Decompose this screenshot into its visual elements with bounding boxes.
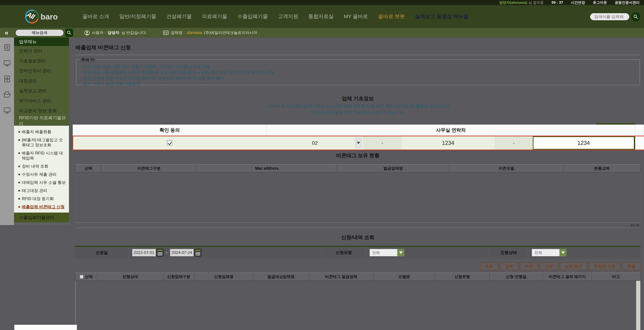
sidebar-collapse-button[interactable]: « [5,30,8,36]
nav-general-waste[interactable]: 일반/지정폐기물 [119,13,156,20]
submenu-tag-error-info[interactable]: [배출자] 태그별입고 오류태그 정보조회 [14,136,69,149]
submenu-correction-reason[interactable]: 수정사유 제출 관리 [14,170,69,178]
dash-separator: - [382,140,383,146]
menu-search-input[interactable] [15,29,64,36]
sidebar-item-rfid-medical[interactable]: RFID기반 의료폐기물관리 [14,116,69,126]
submenu-tag-ledger[interactable]: 태그대장 관리 [14,186,69,195]
allbaro-logo[interactable]: All baro [25,9,58,24]
cut-column-header [635,124,644,136]
calendar-icon[interactable] [194,249,202,256]
date-to-input[interactable] [170,249,194,256]
consent-confirm-header: 확인 동의 [73,124,266,136]
filter-status-cell: 전체 [528,247,640,258]
phone-last-cell [533,136,634,150]
apply-col-issuer: 비콘태그 발급업체 [309,273,374,280]
sidebar-item-ledger[interactable]: 대장관리 [14,76,69,86]
sidebar-item-permits[interactable]: 인허가 관리 [14,46,69,56]
consent-table-header: 확인 동의 사무실 연락처 [73,124,644,136]
global-search-button[interactable] [631,12,640,21]
select-all-checkbox[interactable] [80,275,83,278]
bottom-left-panel [14,325,77,330]
nav-chatbot[interactable]: 올바로 챗봇 [378,13,405,20]
nav-customer-support[interactable]: 고객지원 [278,13,298,20]
top-nav: 올바로 소개 일반/지정폐기물 건설폐기물 의료폐기물 수출입폐기물 고객지원 … [82,5,468,28]
submenu-equipment-history[interactable]: 장비 내역 조회 [14,162,69,170]
beacon-section-heading: 비콘태그 보유 현황 [75,152,640,159]
user-name: 담당자 [108,30,119,35]
beacon-col-model: 비콘모델 [450,164,564,172]
nav-import-export-waste[interactable]: 수출입폐기물 [238,13,268,20]
phone-last-input[interactable] [534,137,634,149]
progress-status-select[interactable]: 전체 [532,249,566,256]
chevron-down-icon [397,249,404,256]
nav-construction-waste[interactable]: 건설폐기물 [166,13,192,20]
nav-medical-waste[interactable]: 의료폐기물 [202,13,227,20]
withdraw-apply-button[interactable]: 신청 회수 [560,262,588,270]
calendar-icon[interactable] [156,249,164,256]
notice-line: - 신규 구매, 변경, A/S, 양도 신청시 ①입력→②저장→③신청 순으로… [80,64,640,70]
input-button[interactable]: 입력 [500,262,518,270]
delete-saved-button[interactable]: 저장건 삭제 [589,262,620,270]
user-icon [84,30,90,36]
submenu-rfid-ledger-sync[interactable]: RFID 대장 동기화 [14,195,69,203]
consent-checkbox-cell [73,136,266,150]
vertical-scrollbar[interactable] [636,281,640,330]
user-message: 님 반갑습니다. [121,30,147,35]
user-greeting: 사용자 : 담당자 님 반갑습니다. [84,30,147,36]
phone-area-dropdown-button[interactable] [355,138,362,148]
date-from-input[interactable] [132,249,156,256]
search-button[interactable]: 조회 [480,262,498,270]
save-button[interactable]: 저장 [520,262,538,270]
extend-time-link[interactable]: 시간연장 [571,0,585,5]
beacon-col-replacement: 본품교체 [564,164,640,172]
nav-intro[interactable]: 올바로 소개 [82,13,109,20]
apply-col-company-name: 신청업체명 [194,273,253,280]
settings-doc-icon[interactable] [0,72,14,87]
submenu-beacon-tag-apply[interactable]: 배출업체 비콘태그 신청 [14,203,69,211]
submenu-discharge-status[interactable]: 배출자 배출현황 [14,128,69,136]
monitor2-icon[interactable] [0,103,14,119]
beacon-grid-body [75,172,640,223]
logout-link[interactable]: 로그아웃 [593,0,607,5]
apply-grid-body [75,281,640,330]
consent-checkbox[interactable] [167,140,172,146]
certificate-manage-link[interactable]: 공동인증서관리 [615,0,640,5]
phone-area-select[interactable]: 02 [266,136,363,150]
sidebar-item-comparative-info[interactable]: 비교분석 정보 조회 [14,106,69,116]
sidebar-item-e-manifest[interactable]: 전자인계서 관리 [14,66,69,76]
company-name: (주)에일리언테크놀로지아시아 [204,30,257,35]
submenu-rfid-substitute-input[interactable]: 배출자 RFID 시스템 대체입력 [14,149,69,162]
monitor-icon[interactable] [0,56,14,72]
phone-dash-cell: - [363,136,402,150]
title-divider [76,55,640,55]
session-bar: 담당자(alienasia) 님 접속중 59 : 37 시간연장 로그아웃 공… [0,0,644,5]
folder-doc-icon[interactable] [0,87,14,103]
excel-button[interactable]: 엑셀 [622,262,640,270]
global-search-input[interactable] [590,13,630,21]
sidebar-item-import-export[interactable]: 수출입폐기물관리 [14,212,69,222]
apply-button[interactable]: 신청 [540,262,558,270]
apply-type-select[interactable]: 전체 [370,249,404,256]
session-user: 담당자(alienasia) [499,0,527,5]
notice-line: - 저장 또는 신청 진행중인 내역이 존재할 때 신규 내역 저장 불가 ⇒ … [80,70,640,75]
sidebar-root-menu[interactable]: 업무메뉴 [14,38,69,46]
nav-my-allbaro[interactable]: MY 올바로 [344,13,368,20]
address-book-icon[interactable] [0,40,14,56]
apply-grid: 선택 진행상태 신청업체구분 신청업체명 발급대상업체명 비콘태그 발급업체 모… [75,272,640,330]
user-label: 사용자 : [92,30,106,35]
company-icon [163,30,169,35]
nav-resources[interactable]: 통합자료실 [308,13,334,20]
phone-mid-input[interactable] [402,136,495,150]
sidebar-item-basic-info[interactable]: 기초정보관리 [14,56,69,66]
apply-col-model: 모델명 [374,273,435,280]
menu-search-button[interactable] [65,29,73,37]
beacon-grid: 선택 비콘태그구분 Mac address 발급업체명 비콘모델 본품교체 [0… [75,164,640,228]
submenu-substitute-reason-notice[interactable]: 대체입력 사유 소멸 통보 [14,178,69,186]
phone-mid-cell [402,136,495,150]
sidebar-item-extra-services[interactable]: 부가서비스 관리 [14,96,69,106]
date-range-tilde: ~ [166,250,168,255]
sidebar-item-performance-report[interactable]: 실적보고 관리 [14,86,69,96]
notice-line: - 양도 신청에 대한 수정은 양도업체에서만 가능하며 양수수락 후 신청 회… [80,75,640,81]
beacon-row-counter: [0 / 0] [75,223,640,228]
nav-video-manual[interactable]: 실적보고 동영상 메뉴얼 [415,13,468,20]
